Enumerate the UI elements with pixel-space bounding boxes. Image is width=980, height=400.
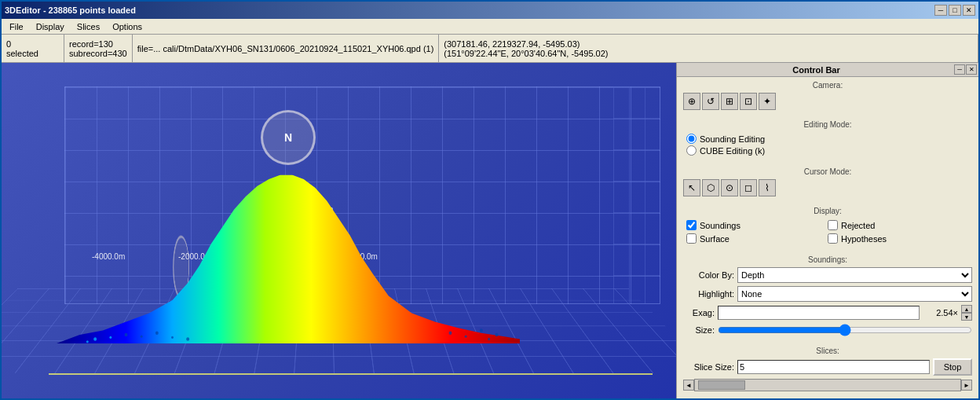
size-slider[interactable] xyxy=(718,324,972,336)
stop-button[interactable]: Stop xyxy=(933,358,972,376)
selection-section: Selection: Clear Invert Select By ▼ xyxy=(677,398,978,398)
svg-point-1 xyxy=(125,333,128,336)
color-by-label: Color By: xyxy=(683,270,734,280)
svg-point-12 xyxy=(495,333,499,336)
scroll-left-arrow[interactable]: ◄ xyxy=(683,380,694,391)
app-window: 3DEditor - 238865 points loaded ─ □ ✕ Fi… xyxy=(0,0,980,400)
app-title: 3DEditor - 238865 points loaded xyxy=(5,6,136,15)
highlight-label: Highlight: xyxy=(683,289,734,299)
camera-tool-4[interactable]: ⊡ xyxy=(740,93,757,110)
display-section: Display: Soundings Rejected Surface xyxy=(677,203,978,248)
scroll-right-arrow[interactable]: ► xyxy=(961,380,972,391)
window-controls: ─ □ ✕ xyxy=(934,5,975,16)
exag-spinner: ▲ ▼ xyxy=(961,305,972,321)
highlight-select[interactable]: None xyxy=(737,286,972,302)
exag-up[interactable]: ▲ xyxy=(961,305,972,313)
svg-point-11 xyxy=(480,328,483,332)
exag-value: 2.54× xyxy=(923,308,958,317)
viewport-3d[interactable]: N -4000.0m -2000.0m 2000.0m 4000.0m -100… xyxy=(2,63,676,398)
status-cell-3: file=... cali/DtmData/XYH06_SN131/0606_2… xyxy=(133,35,440,62)
minimize-button[interactable]: ─ xyxy=(934,5,947,16)
svg-point-7 xyxy=(109,336,112,339)
editing-mode-section: Editing Mode: Sounding Editing CUBE Edit… xyxy=(677,116,978,160)
scroll-thumb xyxy=(698,380,745,390)
color-by-select[interactable]: Depth xyxy=(737,267,972,283)
highlight-row: Highlight: None xyxy=(680,284,975,303)
slices-section: Slices: Slice Size: Stop ◄ ► xyxy=(677,343,978,394)
maximize-button[interactable]: □ xyxy=(949,5,961,16)
svg-point-13 xyxy=(488,338,490,340)
cursor-tool-1[interactable]: ↖ xyxy=(683,179,700,196)
camera-tool-2[interactable]: ↺ xyxy=(702,93,719,110)
control-bar-minimize[interactable]: ─ xyxy=(954,64,965,75)
camera-label: Camera: xyxy=(680,81,975,90)
cube-editing-option[interactable]: CUBE Editing (k) xyxy=(686,145,969,156)
soundings-checkbox[interactable] xyxy=(686,220,697,230)
svg-point-5 xyxy=(186,337,189,340)
slice-size-row: Slice Size: Stop xyxy=(680,357,975,377)
close-button[interactable]: ✕ xyxy=(963,5,975,16)
title-bar: 3DEditor - 238865 points loaded ─ □ ✕ xyxy=(2,2,978,19)
cursor-mode-label: Cursor Mode: xyxy=(680,167,975,176)
control-bar-title: Control Bar ─ ✕ xyxy=(677,63,978,77)
soundings-check-option[interactable]: Soundings xyxy=(686,220,828,230)
size-row: Size: xyxy=(680,322,975,338)
camera-tool-5[interactable]: ✦ xyxy=(759,93,776,110)
cursor-tool-3[interactable]: ⊙ xyxy=(721,179,738,196)
camera-toolbar: ⊕ ↺ ⊞ ⊡ ✦ xyxy=(680,91,975,112)
compass-ring: N xyxy=(261,110,316,165)
soundings-label: Soundings: xyxy=(680,255,975,264)
status-cell-1: 0 selected xyxy=(2,35,64,62)
display-label: Display: xyxy=(680,207,975,215)
menu-options[interactable]: Options xyxy=(106,20,148,33)
cursor-tool-2[interactable]: ⬡ xyxy=(702,179,719,196)
cursor-mode-section: Cursor Mode: ↖ ⬡ ⊙ ◻ ⌇ xyxy=(677,163,978,200)
menu-display[interactable]: Display xyxy=(30,20,71,33)
status-cell-2: record=130 subrecord=430 xyxy=(64,35,133,62)
camera-tool-1[interactable]: ⊕ xyxy=(683,93,700,110)
hypotheses-checkbox[interactable] xyxy=(828,233,838,244)
camera-section: Camera: ⊕ ↺ ⊞ ⊡ ✦ xyxy=(677,77,978,113)
cube-editing-radio[interactable] xyxy=(686,145,697,156)
svg-point-9 xyxy=(449,332,452,335)
svg-point-6 xyxy=(93,337,97,340)
surface-checkbox[interactable] xyxy=(686,233,697,244)
control-bar: Control Bar ─ ✕ Camera: ⊕ ↺ ⊞ ⊡ ✦ xyxy=(676,63,978,398)
cursor-toolbar: ↖ ⬡ ⊙ ◻ ⌇ xyxy=(680,178,975,198)
color-by-row: Color By: Depth xyxy=(680,266,975,284)
rejected-checkbox[interactable] xyxy=(828,220,838,230)
slice-size-label: Slice Size: xyxy=(683,362,734,372)
cursor-tool-4[interactable]: ◻ xyxy=(740,179,757,196)
menu-file[interactable]: File xyxy=(3,20,30,33)
svg-point-8 xyxy=(86,340,89,343)
svg-point-4 xyxy=(171,336,174,339)
menu-bar: File Display Slices Options xyxy=(2,19,978,35)
slice-scrollbar[interactable] xyxy=(694,379,961,391)
soundings-section: Soundings: Color By: Depth Highlight: No… xyxy=(677,251,978,339)
yellow-line xyxy=(49,373,653,375)
exag-row: Exag: 2.54× ▲ ▼ xyxy=(680,303,975,322)
bathymetry-visualization xyxy=(57,171,520,343)
menu-slices[interactable]: Slices xyxy=(71,20,106,33)
exag-input[interactable] xyxy=(718,306,920,320)
camera-tool-3[interactable]: ⊞ xyxy=(721,93,738,110)
exag-down[interactable]: ▼ xyxy=(961,313,972,321)
slice-size-input[interactable] xyxy=(737,360,930,374)
rejected-check-option[interactable]: Rejected xyxy=(828,220,969,230)
svg-point-3 xyxy=(155,332,159,335)
main-content: N -4000.0m -2000.0m 2000.0m 4000.0m -100… xyxy=(2,63,978,398)
hypotheses-check-option[interactable]: Hypotheses xyxy=(828,233,969,244)
cursor-tool-5[interactable]: ⌇ xyxy=(759,179,776,196)
sounding-editing-option[interactable]: Sounding Editing xyxy=(686,134,969,144)
svg-point-10 xyxy=(465,336,467,338)
size-label: Size: xyxy=(683,325,715,335)
editing-mode-group: Sounding Editing CUBE Editing (k) xyxy=(680,130,975,159)
svg-rect-0 xyxy=(57,171,520,343)
editing-mode-label: Editing Mode: xyxy=(680,120,975,129)
sounding-editing-radio[interactable] xyxy=(686,134,697,144)
control-bar-window-controls: ─ ✕ xyxy=(954,64,977,75)
control-bar-close[interactable]: ✕ xyxy=(966,64,977,75)
svg-point-2 xyxy=(141,336,143,338)
surface-check-option[interactable]: Surface xyxy=(686,233,828,244)
slices-label: Slices: xyxy=(680,347,975,355)
